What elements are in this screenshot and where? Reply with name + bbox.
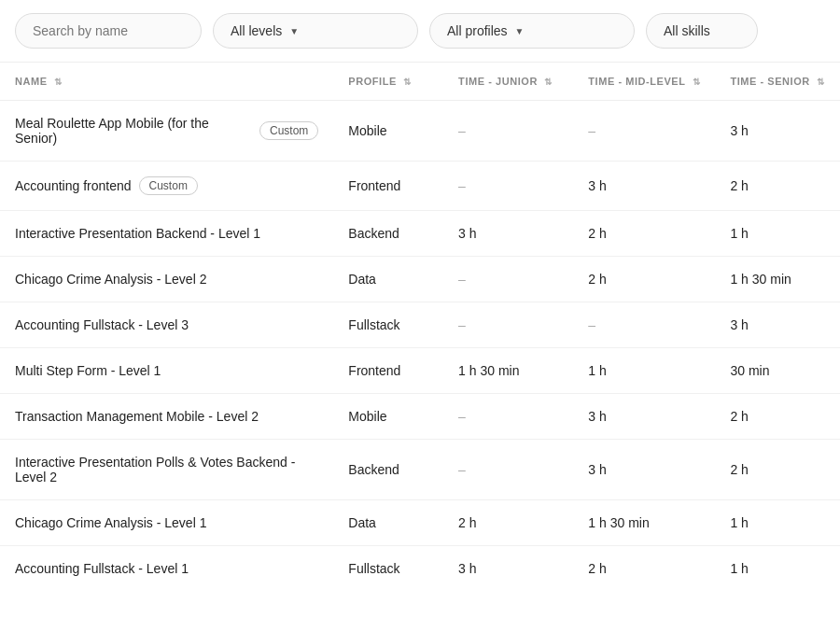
levels-dropdown[interactable]: All levels ▼ <box>213 13 418 49</box>
dash-icon: – <box>588 123 595 138</box>
profiles-dropdown[interactable]: All profiles ▼ <box>429 13 635 49</box>
levels-chevron-icon: ▼ <box>289 26 299 36</box>
sort-icon-profile: ⇅ <box>403 77 412 87</box>
cell-profile: Data <box>333 257 443 302</box>
cell-time-senior: 1 h <box>715 500 840 546</box>
cell-time-mid: 1 h 30 min <box>573 500 715 546</box>
cell-profile: Mobile <box>333 101 443 162</box>
cell-time-senior: 30 min <box>715 348 840 394</box>
task-name: Chicago Crime Analysis - Level 1 <box>15 515 206 530</box>
cell-time-mid: 2 h <box>573 546 715 592</box>
col-header-name[interactable]: NAME ⇅ <box>0 63 333 101</box>
task-name: Transaction Management Mobile - Level 2 <box>15 409 259 424</box>
dash-icon: – <box>458 123 466 138</box>
cell-time-senior: 2 h <box>715 394 840 440</box>
cell-time-junior: 3 h <box>443 211 573 257</box>
cell-time-junior: – <box>443 302 573 348</box>
cell-time-mid: – <box>573 101 715 162</box>
name-cell: Transaction Management Mobile - Level 2 <box>15 409 318 424</box>
cell-time-mid: 3 h <box>573 440 715 500</box>
sort-icon-junior: ⇅ <box>544 77 553 87</box>
cell-profile: Frontend <box>333 162 443 211</box>
cell-profile: Backend <box>333 440 443 500</box>
table-row: Interactive Presentation Polls & Votes B… <box>0 440 840 500</box>
cell-time-mid: 2 h <box>573 257 715 302</box>
dash-icon: – <box>458 272 466 287</box>
table-row: Accounting Fullstack - Level 3Fullstack–… <box>0 302 840 348</box>
task-name: Chicago Crime Analysis - Level 2 <box>15 272 206 287</box>
name-cell: Accounting Fullstack - Level 1 <box>15 561 318 576</box>
skills-dropdown[interactable]: All skills <box>646 13 758 49</box>
col-header-senior[interactable]: TIME - SENIOR ⇅ <box>715 63 840 101</box>
cell-time-senior: 3 h <box>715 302 840 348</box>
tasks-table: NAME ⇅ PROFILE ⇅ TIME - JUNIOR ⇅ TIME - … <box>0 63 840 591</box>
cell-name: Chicago Crime Analysis - Level 1 <box>0 500 333 546</box>
skills-label: All skills <box>664 23 710 38</box>
cell-time-junior: – <box>443 257 573 302</box>
col-header-junior[interactable]: TIME - JUNIOR ⇅ <box>443 63 573 101</box>
sort-icon-senior: ⇅ <box>817 77 825 87</box>
task-name: Interactive Presentation Polls & Votes B… <box>15 455 318 485</box>
table-row: Meal Roulette App Mobile (for the Senior… <box>0 101 840 162</box>
task-name: Accounting Fullstack - Level 1 <box>15 561 189 576</box>
cell-time-senior: 1 h <box>715 211 840 257</box>
cell-time-junior: – <box>443 394 573 440</box>
col-header-mid[interactable]: TIME - MID-LEVEL ⇅ <box>573 63 715 101</box>
profiles-chevron-icon: ▼ <box>515 26 525 36</box>
profiles-label: All profiles <box>447 23 508 38</box>
task-name: Meal Roulette App Mobile (for the Senior… <box>15 116 252 146</box>
cell-profile: Backend <box>333 211 443 257</box>
cell-time-senior: 2 h <box>715 440 840 500</box>
custom-badge: Custom <box>139 176 198 195</box>
cell-name: Multi Step Form - Level 1 <box>0 348 333 394</box>
cell-time-junior: – <box>443 162 573 211</box>
table-row: Accounting frontendCustomFrontend–3 h2 h <box>0 162 840 211</box>
cell-name: Accounting Fullstack - Level 1 <box>0 546 333 592</box>
table-row: Accounting Fullstack - Level 1Fullstack3… <box>0 546 840 592</box>
task-name: Interactive Presentation Backend - Level… <box>15 226 260 241</box>
dash-icon: – <box>458 178 466 193</box>
cell-time-senior: 2 h <box>715 162 840 211</box>
table-row: Multi Step Form - Level 1Frontend1 h 30 … <box>0 348 840 394</box>
table-row: Interactive Presentation Backend - Level… <box>0 211 840 257</box>
sort-icon-mid: ⇅ <box>693 77 701 87</box>
name-cell: Chicago Crime Analysis - Level 1 <box>15 515 318 530</box>
dash-icon: – <box>458 462 466 477</box>
cell-profile: Mobile <box>333 394 443 440</box>
cell-name: Meal Roulette App Mobile (for the Senior… <box>0 101 333 162</box>
dash-icon: – <box>458 317 466 332</box>
cell-time-senior: 1 h 30 min <box>715 257 840 302</box>
cell-time-mid: 2 h <box>573 211 715 257</box>
cell-name: Interactive Presentation Polls & Votes B… <box>0 440 333 500</box>
cell-time-mid: 1 h <box>573 348 715 394</box>
table-body: Meal Roulette App Mobile (for the Senior… <box>0 101 840 592</box>
cell-time-junior: 2 h <box>443 500 573 546</box>
col-header-profile[interactable]: PROFILE ⇅ <box>333 63 443 101</box>
task-name: Accounting Fullstack - Level 3 <box>15 317 189 332</box>
cell-profile: Data <box>333 500 443 546</box>
cell-time-mid: – <box>573 302 715 348</box>
name-cell: Interactive Presentation Polls & Votes B… <box>15 455 318 485</box>
cell-time-senior: 1 h <box>715 546 840 592</box>
name-cell: Chicago Crime Analysis - Level 2 <box>15 272 318 287</box>
table-header: NAME ⇅ PROFILE ⇅ TIME - JUNIOR ⇅ TIME - … <box>0 63 840 101</box>
search-input[interactable] <box>15 13 202 49</box>
cell-time-mid: 3 h <box>573 162 715 211</box>
cell-time-senior: 3 h <box>715 101 840 162</box>
custom-badge: Custom <box>259 121 318 140</box>
cell-name: Accounting Fullstack - Level 3 <box>0 302 333 348</box>
cell-name: Transaction Management Mobile - Level 2 <box>0 394 333 440</box>
name-cell: Accounting Fullstack - Level 3 <box>15 317 318 332</box>
cell-time-junior: 3 h <box>443 546 573 592</box>
toolbar: All levels ▼ All profiles ▼ All skills <box>0 0 840 63</box>
cell-profile: Fullstack <box>333 546 443 592</box>
cell-time-mid: 3 h <box>573 394 715 440</box>
levels-label: All levels <box>231 23 282 38</box>
cell-time-junior: – <box>443 101 573 162</box>
dash-icon: – <box>458 409 466 424</box>
name-cell: Accounting frontendCustom <box>15 176 318 195</box>
table-row: Transaction Management Mobile - Level 2M… <box>0 394 840 440</box>
cell-time-junior: – <box>443 440 573 500</box>
cell-name: Accounting frontendCustom <box>0 162 333 211</box>
name-cell: Multi Step Form - Level 1 <box>15 363 318 378</box>
